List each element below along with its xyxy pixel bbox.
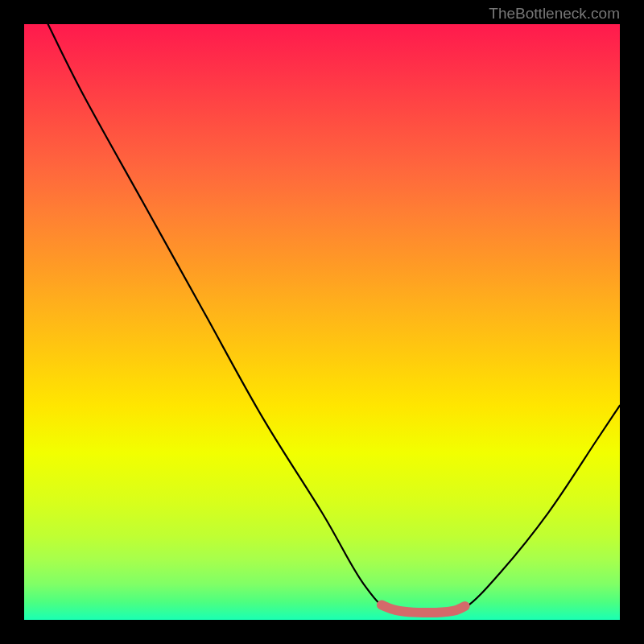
chart-container: TheBottleneck.com <box>0 0 644 644</box>
watermark-text: TheBottleneck.com <box>489 5 620 23</box>
optimal-zone-path <box>382 605 465 613</box>
plot-area <box>24 24 620 620</box>
bottleneck-curve-path <box>48 24 620 614</box>
curve-svg <box>24 24 620 620</box>
